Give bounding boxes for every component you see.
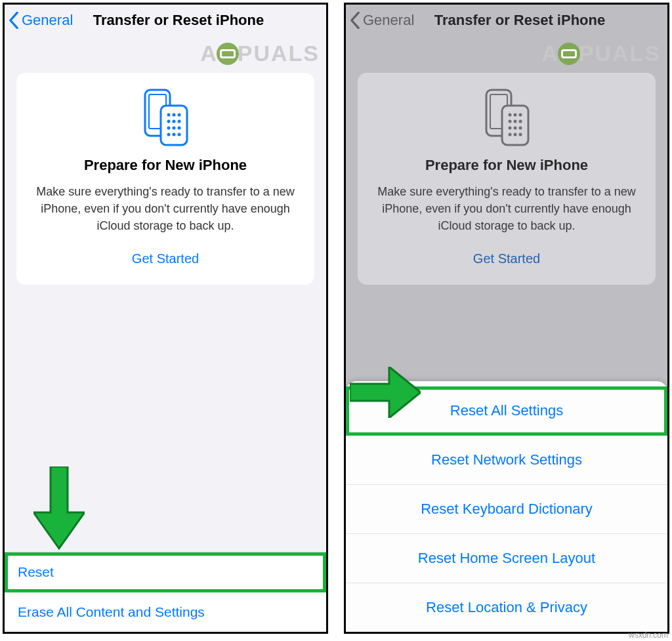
dual-screenshot: General Transfer or Reset iPhone A PUALS: [0, 0, 672, 636]
svg-point-18: [509, 114, 512, 117]
svg-point-28: [514, 133, 517, 136]
watermark-logo: A PUALS: [200, 41, 320, 66]
svg-point-20: [519, 114, 522, 117]
reset-location-privacy-label: Reset Location & Privacy: [426, 599, 587, 615]
svg-point-11: [178, 127, 181, 130]
svg-point-8: [178, 120, 181, 123]
reset-home-screen-row[interactable]: Reset Home Screen Layout: [346, 534, 667, 583]
watermark-text-a: A: [200, 41, 218, 66]
reset-network-settings-label: Reset Network Settings: [431, 451, 582, 468]
svg-point-19: [514, 114, 517, 117]
svg-point-5: [178, 114, 181, 117]
chevron-left-icon: [350, 12, 360, 29]
svg-point-12: [167, 133, 171, 136]
prepare-card: Prepare for New iPhone Make sure everyth…: [16, 73, 314, 285]
svg-point-13: [173, 133, 176, 136]
back-button[interactable]: General: [9, 12, 73, 29]
annotation-arrow-right: [350, 367, 421, 418]
watermark-text-a: A: [541, 41, 559, 66]
svg-point-4: [173, 114, 176, 117]
svg-point-21: [509, 120, 512, 123]
watermark-text-b: PUALS: [579, 41, 661, 66]
watermark-logo: A PUALS: [541, 41, 661, 66]
back-button[interactable]: General: [350, 12, 414, 29]
prepare-card-desc: Make sure everything's ready to transfer…: [31, 183, 300, 234]
reset-label: Reset: [18, 564, 54, 579]
svg-point-24: [509, 127, 512, 130]
prepare-card-title: Prepare for New iPhone: [372, 157, 641, 174]
reset-location-privacy-row[interactable]: Reset Location & Privacy: [346, 583, 667, 632]
svg-point-10: [173, 127, 176, 130]
svg-rect-2: [161, 106, 187, 145]
svg-point-23: [519, 120, 522, 123]
nav-bar: General Transfer or Reset iPhone: [346, 5, 667, 36]
prepare-card-desc: Make sure everything's ready to transfer…: [372, 183, 641, 234]
svg-point-29: [519, 133, 522, 136]
back-label: General: [363, 12, 414, 29]
reset-action-sheet: Reset All Settings Reset Network Setting…: [346, 381, 667, 632]
devices-icon: [482, 89, 531, 148]
reset-all-settings-label: Reset All Settings: [450, 402, 563, 419]
svg-point-6: [167, 120, 171, 123]
watermark-text-b: PUALS: [238, 41, 320, 66]
svg-point-22: [514, 120, 517, 123]
svg-point-14: [178, 133, 181, 136]
bottom-list: Reset Erase All Content and Settings: [5, 552, 326, 632]
svg-point-25: [514, 127, 517, 130]
watermark-face-icon: [217, 43, 239, 65]
prepare-card: Prepare for New iPhone Make sure everyth…: [358, 73, 656, 285]
watermark-face-icon: [558, 43, 580, 65]
reset-row[interactable]: Reset: [5, 552, 326, 592]
svg-point-9: [167, 127, 171, 130]
devices-icon: [141, 89, 190, 148]
reset-network-settings-row[interactable]: Reset Network Settings: [346, 436, 667, 485]
chevron-left-icon: [9, 12, 19, 29]
left-phone-screen: General Transfer or Reset iPhone A PUALS: [3, 3, 328, 634]
prepare-card-title: Prepare for New iPhone: [31, 157, 300, 174]
nav-bar: General Transfer or Reset iPhone: [5, 5, 326, 36]
svg-point-3: [167, 114, 171, 117]
get-started-link[interactable]: Get Started: [31, 251, 300, 266]
svg-point-7: [173, 120, 176, 123]
get-started-link[interactable]: Get Started: [372, 251, 641, 266]
reset-home-screen-label: Reset Home Screen Layout: [418, 550, 595, 566]
svg-point-26: [519, 127, 522, 130]
footer-watermark: wsxdn.com: [629, 631, 668, 640]
svg-rect-17: [502, 106, 528, 145]
reset-keyboard-dictionary-label: Reset Keyboard Dictionary: [421, 501, 593, 517]
reset-keyboard-dictionary-row[interactable]: Reset Keyboard Dictionary: [346, 485, 667, 534]
erase-all-label: Erase All Content and Settings: [18, 604, 205, 619]
back-label: General: [22, 12, 73, 29]
erase-all-row[interactable]: Erase All Content and Settings: [5, 592, 326, 632]
svg-point-27: [509, 133, 512, 136]
right-phone-screen: General Transfer or Reset iPhone A PUALS: [344, 3, 669, 634]
annotation-arrow-down: [33, 466, 85, 552]
